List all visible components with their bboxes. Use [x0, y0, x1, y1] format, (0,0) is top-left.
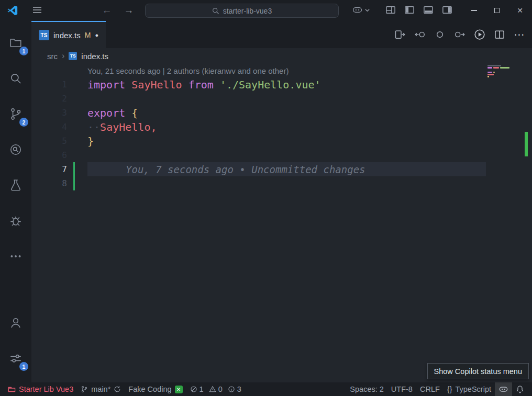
typescript-file-icon: TS: [39, 30, 49, 40]
layout-controls: [385, 5, 452, 15]
line-number: 3: [31, 108, 67, 118]
git-branch-icon: [81, 386, 88, 393]
breadcrumb-file[interactable]: index.ts: [81, 52, 108, 61]
gutter-change-indicator: [73, 148, 75, 162]
copilot-icon: [498, 384, 508, 394]
gutter-change-indicator: [73, 106, 75, 120]
encoding-indicator[interactable]: UTF-8: [387, 382, 416, 396]
nav-back-icon[interactable]: ←: [99, 3, 114, 18]
task-indicator[interactable]: Fake Coding ✕: [125, 382, 186, 396]
code-line[interactable]: 3export {: [31, 106, 532, 120]
editor[interactable]: You, 21 seconds ago | 2 authors (kieranw…: [31, 64, 532, 382]
sidebar-item-search[interactable]: [4, 67, 27, 90]
inline-blame: You, 7 seconds ago • Uncommitted changes: [126, 164, 365, 175]
close-button[interactable]: ✕: [511, 0, 529, 21]
toggle-sidebar-left-icon[interactable]: [404, 5, 415, 15]
tab-index-ts[interactable]: TS index.ts M ●: [31, 21, 106, 48]
search-value: starter-lib-vue3: [223, 7, 272, 15]
info-count: 3: [237, 385, 241, 393]
dirty-indicator[interactable]: ●: [95, 32, 98, 38]
tab-label: index.ts: [53, 31, 81, 40]
toggle-blame-icon[interactable]: [434, 28, 446, 41]
copilot-menu-button[interactable]: [352, 5, 370, 16]
copilot-status-button[interactable]: [495, 382, 512, 396]
problems-indicator[interactable]: 1 0 3: [186, 382, 248, 396]
braces-icon: {}: [447, 385, 452, 393]
split-editor-icon[interactable]: [493, 28, 506, 41]
accounts-button[interactable]: [4, 311, 27, 334]
line-number: 7: [31, 164, 67, 174]
info-icon: [228, 386, 235, 393]
code-line[interactable]: 2: [31, 92, 532, 106]
breadcrumb-dir[interactable]: src: [47, 52, 58, 61]
customize-layout-icon[interactable]: [385, 5, 396, 15]
sidebar-item-source-control[interactable]: 2: [4, 103, 27, 126]
branch-indicator[interactable]: main*: [77, 382, 125, 396]
sidebar-item-testing[interactable]: [4, 174, 27, 197]
line-number: 5: [31, 136, 67, 146]
toggle-panel-icon[interactable]: [423, 5, 434, 15]
code-lines: 1import SayHello from './SayHello.vue'23…: [31, 77, 532, 190]
nav-forward-icon[interactable]: →: [121, 3, 136, 18]
folder-icon: [8, 386, 16, 393]
error-icon: [190, 386, 197, 393]
copilot-icon: [352, 5, 363, 16]
workspace-indicator[interactable]: Starter Lib Vue3: [4, 382, 77, 396]
indent-indicator[interactable]: Spaces: 2: [346, 382, 387, 396]
toggle-sidebar-right-icon[interactable]: [442, 5, 452, 15]
search-icon: [212, 7, 219, 15]
gitlens-inspect-icon: [9, 143, 23, 156]
manage-button[interactable]: 1: [4, 347, 27, 370]
more-actions-icon[interactable]: ⋯: [513, 28, 526, 41]
code-line[interactable]: 4··SayHello,: [31, 120, 532, 134]
warning-count: 0: [218, 385, 223, 393]
sidebar-item-explorer[interactable]: 1: [4, 31, 27, 54]
task-check-icon: ✕: [175, 386, 183, 393]
gitlens-codelens[interactable]: You, 21 seconds ago | 2 authors (kieranw…: [31, 64, 532, 77]
eol-indicator[interactable]: CRLF: [416, 382, 444, 396]
manage-badge: 1: [19, 362, 28, 371]
error-count: 1: [199, 385, 204, 393]
menu-icon[interactable]: [32, 6, 42, 14]
next-change-icon[interactable]: [453, 28, 466, 41]
line-number: 2: [31, 94, 67, 104]
status-bar: Starter Lib Vue3 main* Fake Coding ✕ 1 0…: [0, 382, 532, 396]
gutter-change-indicator: [73, 162, 75, 176]
sidebar-item-additional-views[interactable]: [4, 245, 27, 268]
git-modified-badge: M: [85, 31, 91, 39]
code-line[interactable]: 7You, 7 seconds ago • Uncommitted change…: [31, 162, 532, 176]
title-bar: ← → starter-lib-vue3 ✕: [0, 0, 532, 21]
breadcrumb-separator-icon: ›: [62, 51, 64, 61]
explorer-badge: 1: [19, 47, 28, 55]
vscode-logo-icon: [7, 5, 18, 16]
command-center-search[interactable]: starter-lib-vue3: [145, 4, 339, 18]
gutter-change-indicator: [73, 134, 75, 148]
minimap[interactable]: [486, 65, 524, 78]
notifications-button[interactable]: [512, 382, 528, 396]
run-file-icon[interactable]: [473, 28, 486, 41]
gutter-change-indicator: [73, 176, 75, 190]
warning-icon: [209, 386, 216, 393]
code-line[interactable]: 5}: [31, 134, 532, 148]
language-indicator[interactable]: {} TypeScript: [444, 382, 495, 396]
vscode-window: ← → starter-lib-vue3 ✕ 1: [0, 0, 532, 396]
open-changes-icon[interactable]: [394, 28, 406, 41]
tooltip: Show Copilot status menu: [427, 363, 529, 379]
account-icon: [9, 316, 23, 330]
code-line[interactable]: 6: [31, 148, 532, 162]
sidebar-item-debug[interactable]: [4, 209, 27, 232]
code-line[interactable]: 8: [31, 176, 532, 190]
sidebar-item-gitlens-inspect[interactable]: [4, 138, 27, 161]
previous-change-icon[interactable]: [414, 28, 426, 41]
more-icon: [9, 250, 23, 263]
overview-ruler-added-marker: [525, 132, 528, 156]
code-line[interactable]: 1import SayHello from './SayHello.vue': [31, 77, 532, 92]
typescript-file-icon: TS: [69, 52, 77, 60]
beaker-icon: [9, 178, 23, 192]
line-number: 6: [31, 150, 67, 160]
minimize-button[interactable]: [465, 0, 483, 21]
bell-icon: [516, 385, 524, 393]
line-number: 1: [31, 80, 67, 89]
chevron-down-icon: [364, 7, 370, 13]
maximize-button[interactable]: [488, 0, 506, 21]
